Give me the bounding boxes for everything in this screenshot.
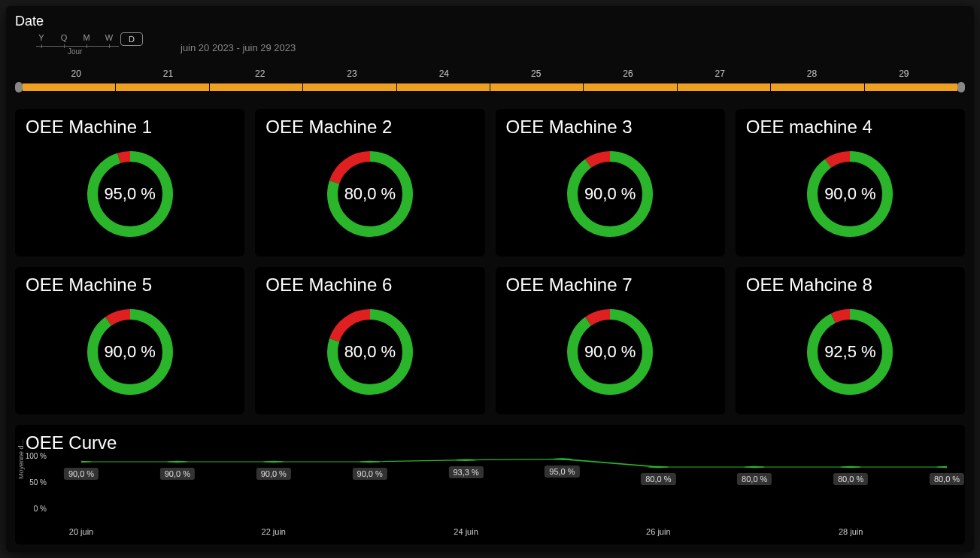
timeline-segment[interactable] [210, 83, 302, 91]
timeline-bar[interactable] [15, 82, 965, 92]
timeline-segment[interactable] [771, 83, 863, 91]
svg-point-22 [648, 466, 669, 468]
curve-data-label: 95,0 % [545, 466, 579, 478]
timeline-segment[interactable] [116, 83, 208, 91]
timeline-segment[interactable] [678, 83, 770, 91]
date-filter-panel: Date Y Q M W D Jour juin 20 2023 - juin … [15, 14, 965, 96]
timeline-segments [23, 83, 957, 91]
gauge-title: OEE Machine 2 [265, 117, 474, 138]
timeline-day-label: 21 [122, 68, 214, 79]
timeline-day-label: 27 [674, 68, 766, 79]
svg-point-24 [840, 466, 861, 468]
granularity-day[interactable]: D [120, 32, 143, 46]
curve-xtick: 22 juin [262, 527, 286, 536]
granularity-quarter[interactable]: Q [53, 33, 75, 45]
gauge-title: OEE Machine 6 [265, 274, 474, 296]
curve-ytick: 50 % [17, 478, 47, 487]
curve-title: OEE Curve [26, 432, 954, 453]
gauge-donut: 90,0 % [506, 142, 715, 246]
granularity-month[interactable]: M [75, 33, 98, 45]
gauge-donut: 90,0 % [746, 142, 954, 246]
curve-data-label: 80,0 % [930, 473, 964, 485]
gauge-value: 92,5 % [824, 342, 876, 362]
curve-xtick: 26 juin [646, 527, 670, 536]
gauge-donut: 80,0 % [265, 300, 474, 404]
svg-point-18 [263, 461, 284, 462]
curve-data-label: 93,3 % [448, 466, 483, 478]
curve-ytick: 100 % [17, 452, 47, 460]
svg-point-23 [744, 466, 765, 468]
gauge-card-4[interactable]: OEE machine 4 90,0 % [736, 109, 965, 256]
gauge-grid: OEE Machine 1 95,0 %OEE Machine 2 80,0 %… [15, 109, 965, 414]
gauge-title: OEE Machine 1 [26, 117, 234, 138]
curve-plot-area: 90,0 %90,0 %90,0 %90,0 %93,3 %95,0 %80,0… [81, 456, 947, 509]
svg-point-21 [552, 458, 573, 459]
curve-ytick: 0 % [17, 505, 47, 513]
gauge-donut: 90,0 % [26, 300, 234, 404]
svg-point-25 [936, 466, 947, 468]
granularity-year[interactable]: Y [30, 33, 53, 45]
gauge-card-6[interactable]: OEE Machine 6 80,0 % [255, 267, 484, 414]
granularity-selector[interactable]: Y Q M W D [30, 32, 965, 46]
curve-chart: Moyenne d… 100 %50 %0 % 90,0 %90,0 %90,0… [26, 456, 954, 524]
curve-data-label: 80,0 % [641, 473, 675, 485]
curve-xtick: 24 juin [454, 527, 478, 536]
timeline-segment[interactable] [397, 83, 490, 91]
gauge-title: OEE Mahcine 8 [746, 274, 954, 296]
gauge-value: 80,0 % [344, 184, 396, 204]
timeline-segment[interactable] [490, 83, 583, 91]
timeline-day-label: 25 [490, 68, 581, 79]
timeline-handle-left[interactable] [15, 82, 23, 92]
dashboard: Date Y Q M W D Jour juin 20 2023 - juin … [6, 6, 974, 552]
timeline-day-label: 26 [582, 68, 674, 79]
gauge-value: 80,0 % [344, 342, 396, 362]
curve-xtick: 20 juin [69, 527, 93, 536]
gauge-card-8[interactable]: OEE Mahcine 8 92,5 % [736, 267, 965, 414]
gauge-value: 90,0 % [584, 184, 636, 204]
timeline-day-label: 20 [30, 68, 122, 79]
gauge-card-2[interactable]: OEE Machine 2 80,0 % [255, 109, 484, 256]
gauge-value: 90,0 % [584, 342, 636, 362]
timeline-day-label: 28 [766, 68, 857, 79]
timeline-segment[interactable] [303, 83, 396, 91]
timeline-slider[interactable]: 20212223242526272829 [15, 68, 965, 96]
svg-point-16 [81, 461, 92, 462]
curve-data-label: 90,0 % [64, 468, 99, 480]
date-title: Date [15, 14, 965, 29]
timeline-handle-right[interactable] [957, 82, 965, 92]
curve-data-label: 80,0 % [833, 473, 868, 485]
timeline-segment[interactable] [23, 83, 115, 91]
curve-xtick: 28 juin [839, 527, 863, 536]
svg-point-17 [167, 461, 188, 462]
gauge-card-1[interactable]: OEE Machine 1 95,0 % [15, 109, 244, 256]
gauge-title: OEE machine 4 [746, 117, 954, 138]
gauge-donut: 92,5 % [746, 300, 954, 404]
curve-data-label: 90,0 % [353, 468, 387, 480]
timeline-day-labels: 20212223242526272829 [15, 68, 965, 79]
curve-data-label: 90,0 % [256, 468, 291, 480]
timeline-segment[interactable] [584, 83, 676, 91]
curve-data-label: 80,0 % [737, 473, 772, 485]
timeline-day-label: 24 [398, 68, 490, 79]
gauge-donut: 80,0 % [265, 142, 474, 246]
gauge-card-7[interactable]: OEE Machine 7 90,0 % [496, 267, 725, 414]
svg-point-19 [360, 461, 381, 462]
gauge-value: 95,0 % [104, 184, 156, 204]
gauge-value: 90,0 % [824, 184, 876, 204]
timeline-segment[interactable] [865, 83, 957, 91]
granularity-week[interactable]: W [98, 33, 120, 45]
gauge-card-3[interactable]: OEE Machine 3 90,0 % [496, 109, 725, 256]
timeline-day-label: 23 [306, 68, 398, 79]
gauge-value: 90,0 % [104, 342, 156, 362]
curve-data-label: 90,0 % [160, 468, 195, 480]
gauge-donut: 90,0 % [506, 300, 715, 404]
gauge-title: OEE Machine 3 [506, 117, 715, 138]
gauge-title: OEE Machine 7 [506, 274, 715, 296]
timeline-day-label: 29 [858, 68, 950, 79]
gauge-card-5[interactable]: OEE Machine 5 90,0 % [15, 267, 244, 414]
timeline-day-label: 22 [214, 68, 306, 79]
gauge-donut: 95,0 % [26, 142, 234, 246]
gauge-title: OEE Machine 5 [26, 274, 234, 296]
svg-point-20 [456, 459, 477, 460]
granularity-axis [36, 46, 119, 47]
